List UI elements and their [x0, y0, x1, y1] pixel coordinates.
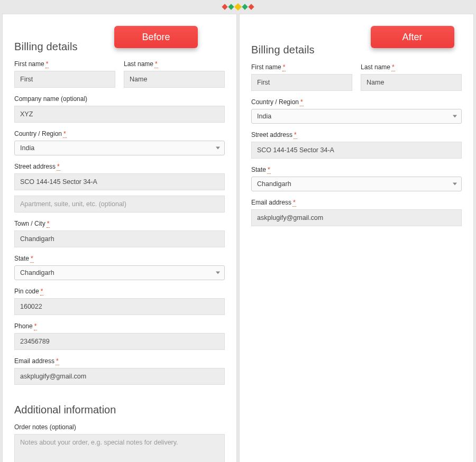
diamond-icon: [234, 3, 242, 11]
phone-input[interactable]: [14, 333, 225, 350]
country-field: Country / Region* India: [14, 130, 225, 155]
state-select[interactable]: Chandigarh: [14, 265, 225, 280]
required-asterisk: *: [391, 63, 395, 71]
state-select[interactable]: Chandigarh: [251, 177, 462, 191]
chevron-down-icon: [216, 272, 220, 274]
pin-input[interactable]: [14, 298, 225, 315]
country-label: Country / Region*: [14, 130, 225, 137]
state-field: State* Chandigarh: [251, 166, 462, 191]
order-notes-label: Order notes (optional): [14, 423, 225, 431]
pin-label: Pin code*: [14, 288, 225, 295]
first-name-input[interactable]: [251, 74, 352, 91]
street-label: Street address*: [14, 163, 225, 170]
top-decor-strip: [0, 0, 476, 14]
country-select-value: India: [20, 144, 34, 152]
first-name-label: First name*: [251, 63, 352, 71]
required-asterisk: *: [34, 322, 38, 330]
first-name-field: First name*: [251, 63, 352, 91]
street-field: Street address*: [14, 163, 225, 212]
required-asterisk: *: [154, 60, 158, 68]
required-asterisk: *: [30, 255, 34, 263]
street-address-1-input[interactable]: [14, 173, 225, 190]
required-asterisk: *: [40, 288, 44, 295]
company-input[interactable]: [14, 106, 225, 123]
country-select[interactable]: India: [251, 109, 462, 124]
company-field: Company name (optional): [14, 95, 225, 123]
phone-field: Phone*: [14, 322, 225, 350]
before-panel: Before Billing details First name* Last …: [2, 14, 237, 462]
first-name-field: First name*: [14, 60, 115, 88]
first-name-input[interactable]: [14, 71, 115, 88]
required-asterisk: *: [300, 98, 304, 106]
last-name-field: Last name*: [361, 63, 462, 91]
required-asterisk: *: [267, 166, 271, 174]
country-label: Country / Region*: [251, 98, 462, 106]
state-label: State*: [14, 255, 225, 262]
required-asterisk: *: [294, 131, 297, 139]
last-name-field: Last name*: [124, 60, 225, 88]
country-select[interactable]: India: [14, 141, 225, 155]
diamond-icon: [242, 4, 248, 10]
required-asterisk: *: [63, 130, 67, 138]
required-asterisk: *: [282, 63, 286, 71]
chevron-down-icon: [453, 183, 457, 186]
required-asterisk: *: [57, 163, 60, 171]
phone-label: Phone*: [14, 322, 225, 330]
state-select-value: Chandigarh: [20, 269, 54, 276]
company-label: Company name (optional): [14, 95, 225, 103]
pin-field: Pin code*: [14, 288, 225, 315]
street-field: Street address*: [251, 131, 462, 159]
order-notes-textarea[interactable]: [14, 434, 225, 462]
country-field: Country / Region* India: [251, 98, 462, 124]
state-label: State*: [251, 166, 462, 173]
after-panel: After Billing details First name* Last n…: [239, 14, 474, 462]
before-badge: Before: [114, 26, 198, 48]
street-address-2-input[interactable]: [14, 196, 225, 212]
diamond-icon: [248, 4, 254, 10]
email-label: Email address*: [14, 357, 225, 365]
order-notes-field: Order notes (optional): [14, 423, 225, 462]
required-asterisk: *: [56, 357, 59, 365]
state-select-value: Chandigarh: [257, 180, 291, 188]
chevron-down-icon: [216, 147, 220, 150]
last-name-label: Last name*: [361, 63, 462, 71]
city-field: Town / City*: [14, 220, 225, 247]
email-input[interactable]: [14, 368, 225, 385]
city-input[interactable]: [14, 230, 225, 247]
state-field: State* Chandigarh: [14, 255, 225, 280]
city-label: Town / City*: [14, 220, 225, 227]
first-name-label: First name*: [14, 60, 115, 68]
last-name-input[interactable]: [124, 71, 225, 88]
email-label: Email address*: [251, 199, 462, 206]
after-badge: After: [371, 26, 454, 48]
last-name-label: Last name*: [124, 60, 225, 68]
additional-info-title: Additional information: [14, 404, 225, 416]
required-asterisk: *: [45, 60, 49, 68]
chevron-down-icon: [453, 115, 457, 118]
last-name-input[interactable]: [361, 74, 462, 91]
diamond-icon: [222, 4, 227, 10]
email-field: Email address*: [14, 357, 225, 385]
email-input[interactable]: [251, 209, 462, 226]
diamond-icon: [228, 4, 234, 10]
email-field: Email address*: [251, 199, 462, 226]
street-label: Street address*: [251, 131, 462, 138]
country-select-value: India: [257, 113, 271, 120]
required-asterisk: *: [292, 199, 296, 207]
required-asterisk: *: [47, 220, 50, 228]
street-address-input[interactable]: [251, 142, 462, 159]
